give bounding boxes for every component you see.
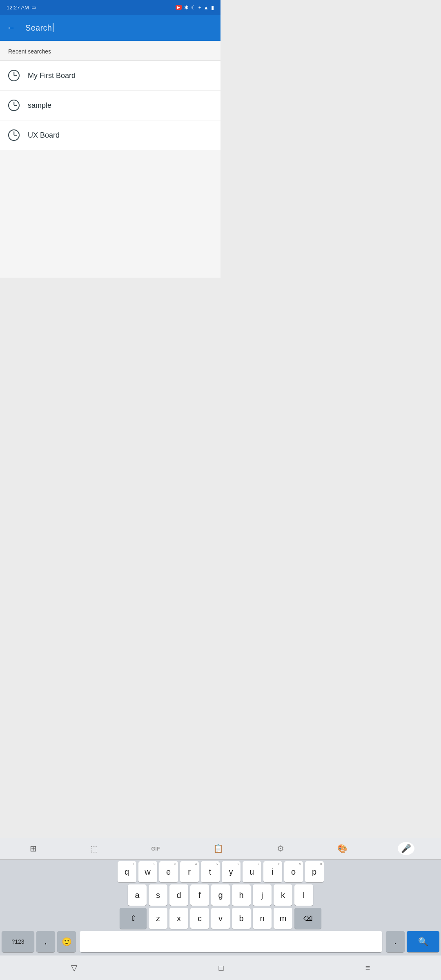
status-time: 12:27 AM: [7, 4, 29, 11]
wifi-icon: ▲: [203, 4, 209, 11]
bluetooth-icon: ✱: [184, 4, 189, 11]
recent-search-text: UX Board: [28, 131, 60, 140]
content-area: Recent searches My First Board sample UX…: [0, 41, 220, 278]
video-icon: ▭: [31, 4, 36, 10]
moon-icon: ☾: [191, 4, 196, 11]
clock-icon: [8, 129, 20, 141]
list-item[interactable]: UX Board: [0, 120, 220, 150]
list-item[interactable]: My First Board: [0, 61, 220, 91]
recent-search-text: My First Board: [28, 71, 76, 80]
clock-icon: [8, 100, 20, 111]
search-header: ← Search: [0, 15, 220, 41]
text-cursor: [53, 23, 53, 32]
status-left: 12:27 AM ▭: [7, 4, 36, 11]
recent-searches-label: Recent searches: [0, 41, 220, 60]
search-placeholder: Search: [25, 23, 52, 33]
network-icon: +: [198, 5, 201, 10]
search-input-area[interactable]: Search: [25, 23, 214, 33]
list-item[interactable]: sample: [0, 91, 220, 120]
status-bar: 12:27 AM ▭ ✱ ☾ + ▲ ▮: [0, 0, 220, 15]
clock-icon: [8, 70, 20, 81]
battery-icon: ▮: [211, 4, 214, 11]
status-right: ✱ ☾ + ▲ ▮: [176, 4, 214, 11]
recent-search-text: sample: [28, 101, 51, 110]
record-icon: [176, 5, 182, 10]
back-button[interactable]: ←: [3, 19, 19, 36]
